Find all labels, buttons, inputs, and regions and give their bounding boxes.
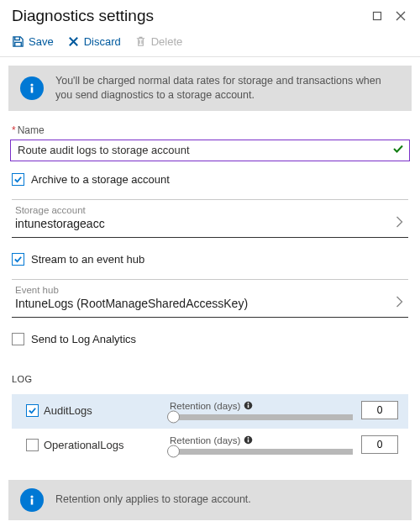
window-controls (370, 8, 408, 24)
svg-point-9 (30, 495, 33, 498)
svg-rect-8 (248, 439, 249, 442)
name-label: *Name (0, 124, 420, 136)
save-icon (12, 35, 24, 48)
archive-checkbox-row[interactable]: Archive to a storage account (0, 171, 420, 194)
save-button[interactable]: Save (12, 35, 54, 48)
command-bar: Save Discard Delete (0, 29, 420, 56)
storage-account-picker[interactable]: Storage account intunestorageacc (12, 199, 408, 238)
svg-rect-10 (31, 498, 34, 504)
archive-label: Archive to a storage account (31, 173, 170, 186)
info-icon (20, 488, 44, 512)
log-row-auditlogs: AuditLogs Retention (days) (12, 394, 408, 429)
event-hub-value: IntuneLogs (RootManageSharedAccessKey) (15, 297, 396, 310)
stream-checkbox[interactable] (12, 253, 24, 266)
name-input-wrap[interactable] (10, 140, 410, 161)
stream-checkbox-row[interactable]: Stream to an event hub (0, 251, 420, 274)
save-label: Save (29, 35, 54, 48)
retention-slider-col: Retention (days) (170, 401, 353, 420)
restore-icon[interactable] (370, 8, 385, 24)
blade-header: Diagnostics settings (0, 0, 420, 29)
discard-icon (67, 35, 80, 48)
retention-slider[interactable] (170, 449, 353, 455)
chevron-right-icon (396, 296, 405, 310)
required-asterisk: * (12, 124, 16, 136)
info-message: Retention only applies to storage accoun… (55, 492, 251, 507)
delete-label: Delete (151, 35, 183, 48)
delete-icon (134, 35, 147, 48)
retention-label: Retention (days) (170, 401, 240, 411)
svg-point-7 (248, 437, 249, 439)
blade-title: Diagnostics settings (12, 7, 370, 25)
log-name: OperationalLogs (44, 439, 170, 451)
storage-account-value: intunestorageacc (15, 217, 396, 230)
log-analytics-label: Send to Log Analytics (31, 333, 136, 345)
archive-checkbox[interactable] (12, 173, 24, 186)
retention-input[interactable] (361, 435, 398, 454)
diagnostics-blade: Diagnostics settings Save Discard (0, 0, 420, 520)
svg-rect-0 (374, 13, 381, 20)
toolbar-divider (0, 56, 420, 57)
retention-input[interactable] (361, 401, 398, 419)
valid-check-icon (392, 143, 404, 157)
svg-point-4 (248, 403, 249, 404)
log-row-operationallogs: OperationalLogs Retention (days) (12, 429, 408, 463)
info-icon (20, 76, 44, 100)
discard-button[interactable]: Discard (67, 35, 121, 48)
retention-slider[interactable] (170, 414, 353, 420)
retention-label: Retention (days) (170, 435, 240, 445)
close-icon[interactable] (393, 8, 408, 24)
discard-label: Discard (84, 35, 121, 48)
svg-rect-2 (31, 87, 34, 92)
auditlogs-checkbox[interactable] (26, 404, 39, 417)
delete-button: Delete (134, 35, 183, 48)
slider-thumb[interactable] (167, 445, 180, 458)
info-message: You'll be charged normal data rates for … (55, 74, 400, 103)
info-banner-top: You'll be charged normal data rates for … (8, 66, 412, 111)
event-hub-label: Event hub (15, 285, 396, 295)
stream-label: Stream to an event hub (31, 253, 144, 266)
svg-point-1 (30, 83, 33, 86)
operationallogs-checkbox[interactable] (26, 439, 39, 451)
chevron-right-icon (396, 216, 405, 230)
log-analytics-checkbox-row[interactable]: Send to Log Analytics (0, 331, 420, 354)
log-analytics-checkbox[interactable] (12, 333, 24, 345)
slider-thumb[interactable] (167, 411, 180, 424)
retention-slider-col: Retention (days) (170, 435, 353, 455)
event-hub-picker[interactable]: Event hub IntuneLogs (RootManageSharedAc… (12, 279, 408, 318)
info-icon[interactable] (244, 435, 253, 446)
info-banner-bottom: Retention only applies to storage accoun… (8, 480, 412, 520)
log-name: AuditLogs (44, 404, 170, 417)
storage-account-label: Storage account (15, 205, 396, 215)
log-section: LOG AuditLogs Retention (days) (0, 374, 420, 463)
svg-rect-5 (248, 404, 249, 408)
info-icon[interactable] (244, 401, 253, 412)
name-input[interactable] (16, 143, 392, 157)
log-table: AuditLogs Retention (days) (12, 394, 408, 463)
log-heading: LOG (12, 374, 408, 384)
